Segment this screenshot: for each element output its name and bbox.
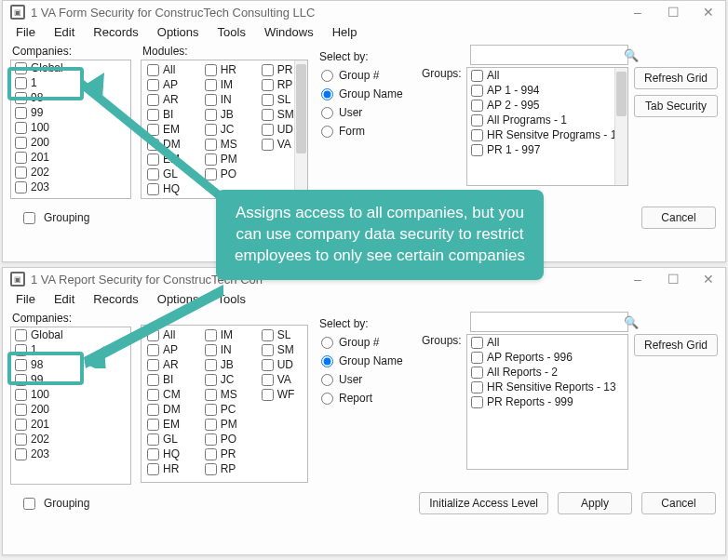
checkbox[interactable] xyxy=(471,396,483,408)
radio[interactable] xyxy=(321,126,333,138)
checkbox[interactable] xyxy=(147,94,159,106)
company-item[interactable]: 203 xyxy=(11,180,130,194)
checkbox[interactable] xyxy=(262,94,274,106)
module-item[interactable]: PM xyxy=(201,417,241,432)
checkbox[interactable] xyxy=(205,124,217,136)
close-button[interactable]: ✕ xyxy=(697,5,720,20)
menu-edit[interactable]: Edit xyxy=(54,25,74,39)
menu-options[interactable]: Options xyxy=(157,292,199,306)
checkbox[interactable] xyxy=(15,167,27,179)
menu-tools[interactable]: Tools xyxy=(218,25,246,39)
checkbox[interactable] xyxy=(205,109,217,121)
modules-list[interactable]: AllAPARBICMDMEMGLHQHRIMINJBJCMSPCPMPOPRR… xyxy=(141,325,308,483)
module-item[interactable]: IM xyxy=(201,77,241,92)
radio[interactable] xyxy=(321,70,333,82)
companies-list[interactable]: Global19899100200201202203 xyxy=(10,327,131,485)
checkbox[interactable] xyxy=(15,433,27,446)
checkbox[interactable] xyxy=(147,64,159,76)
cancel-button[interactable]: Cancel xyxy=(641,207,716,229)
grouping-checkbox[interactable] xyxy=(23,212,35,224)
group-item[interactable]: AP Reports - 996 xyxy=(467,350,627,365)
checkbox[interactable] xyxy=(205,419,217,431)
menu-file[interactable]: File xyxy=(16,292,35,306)
company-item[interactable]: 202 xyxy=(11,165,130,180)
scrollbar[interactable] xyxy=(614,68,627,185)
selectby-option[interactable]: Group Name xyxy=(321,87,407,100)
checkbox[interactable] xyxy=(471,129,483,141)
module-item[interactable]: All xyxy=(143,327,184,342)
checkbox[interactable] xyxy=(147,419,159,431)
checkbox[interactable] xyxy=(205,463,217,475)
company-item[interactable]: 98 xyxy=(11,357,130,372)
checkbox[interactable] xyxy=(147,389,159,401)
module-item[interactable]: SM xyxy=(258,107,298,122)
module-item[interactable]: IM xyxy=(201,327,241,342)
group-item[interactable]: PR Reports - 999 xyxy=(467,394,627,409)
module-item[interactable]: VA xyxy=(258,137,298,152)
selectby-option[interactable]: Group # xyxy=(321,336,407,349)
menu-options[interactable]: Options xyxy=(157,25,199,39)
checkbox[interactable] xyxy=(205,359,217,371)
checkbox[interactable] xyxy=(147,139,159,151)
selectby-option[interactable]: Form xyxy=(321,125,407,138)
checkbox[interactable] xyxy=(147,168,159,180)
groups-list[interactable]: AllAP 1 - 994AP 2 - 995All Programs - 1H… xyxy=(466,67,628,186)
module-item[interactable]: UD xyxy=(258,357,299,372)
checkbox[interactable] xyxy=(15,62,27,74)
checkbox[interactable] xyxy=(471,367,483,379)
company-item[interactable]: 200 xyxy=(11,402,130,417)
selectby-option[interactable]: Report xyxy=(321,392,407,405)
checkbox[interactable] xyxy=(471,144,483,156)
checkbox[interactable] xyxy=(15,107,27,119)
module-item[interactable]: PC xyxy=(201,402,241,417)
checkbox[interactable] xyxy=(147,183,159,195)
menu-tools[interactable]: Tools xyxy=(218,292,246,306)
maximize-button[interactable]: ☐ xyxy=(662,5,684,20)
module-item[interactable]: PR xyxy=(201,447,241,461)
menu-edit[interactable]: Edit xyxy=(54,292,74,306)
checkbox[interactable] xyxy=(205,168,217,180)
module-item[interactable]: MS xyxy=(201,137,241,152)
checkbox[interactable] xyxy=(15,152,27,164)
module-item[interactable]: BI xyxy=(143,372,184,387)
search-input[interactable] xyxy=(477,314,620,329)
module-item[interactable]: HQ xyxy=(143,181,184,196)
module-item[interactable]: JC xyxy=(201,122,241,137)
checkbox[interactable] xyxy=(262,359,274,371)
radio[interactable] xyxy=(321,107,333,119)
company-item[interactable]: 202 xyxy=(11,432,130,447)
group-item[interactable]: AP 1 - 994 xyxy=(467,83,627,98)
cancel-button[interactable]: Cancel xyxy=(641,492,716,514)
checkbox[interactable] xyxy=(205,79,217,91)
module-item[interactable]: VA xyxy=(258,372,299,387)
module-item[interactable]: JB xyxy=(201,107,241,122)
selectby-option[interactable]: User xyxy=(321,106,407,119)
checkbox[interactable] xyxy=(15,404,27,416)
module-item[interactable]: GL xyxy=(143,432,184,447)
search-box[interactable]: 🔍 xyxy=(470,45,628,65)
checkbox[interactable] xyxy=(262,64,274,76)
module-item[interactable]: HR xyxy=(143,461,184,476)
checkbox[interactable] xyxy=(262,389,274,401)
checkbox[interactable] xyxy=(205,344,217,356)
checkbox[interactable] xyxy=(15,181,27,193)
radio[interactable] xyxy=(321,393,333,405)
checkbox[interactable] xyxy=(15,374,27,386)
checkbox[interactable] xyxy=(205,329,217,341)
checkbox[interactable] xyxy=(262,344,274,356)
menu-help[interactable]: Help xyxy=(332,25,357,39)
group-item[interactable]: HR Sensitive Reports - 13 xyxy=(467,380,627,394)
apply-button[interactable]: Apply xyxy=(558,492,632,514)
company-item[interactable]: 201 xyxy=(11,417,130,432)
module-item[interactable]: HR xyxy=(201,62,241,77)
company-item[interactable]: 201 xyxy=(11,150,130,165)
group-item[interactable]: PR 1 - 997 xyxy=(467,142,627,157)
checkbox[interactable] xyxy=(15,122,27,134)
search-box[interactable]: 🔍 xyxy=(470,312,628,332)
checkbox[interactable] xyxy=(205,139,217,151)
checkbox[interactable] xyxy=(205,94,217,106)
module-item[interactable]: PO xyxy=(201,167,241,181)
checkbox[interactable] xyxy=(147,124,159,136)
module-item[interactable]: DM xyxy=(143,402,184,417)
tab-security-button[interactable]: Tab Security xyxy=(634,95,718,117)
